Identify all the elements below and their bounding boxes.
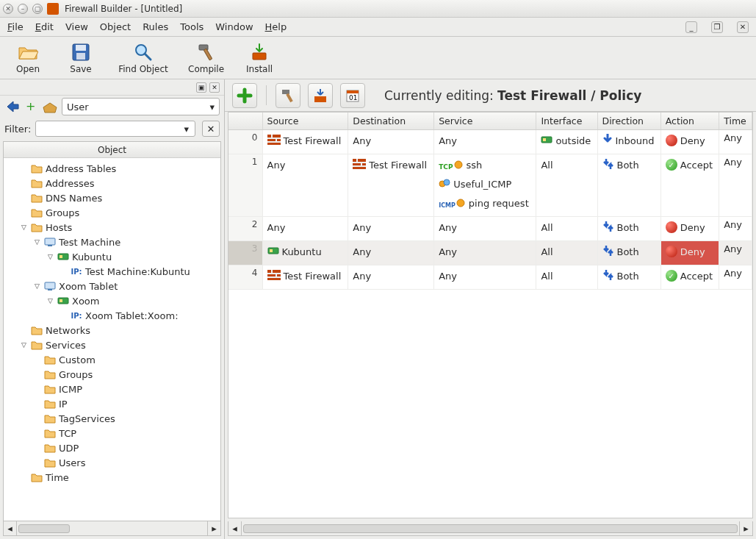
save-button[interactable]: Save bbox=[63, 42, 98, 74]
rules-scrollbar[interactable]: ◂ ▸ bbox=[228, 521, 753, 536]
window-close-icon[interactable]: ✕ bbox=[3, 4, 13, 14]
source-cell[interactable]: Kubuntu bbox=[262, 241, 348, 265]
new-library-icon[interactable]: + bbox=[25, 99, 38, 115]
destination-cell[interactable]: Test Firewall bbox=[348, 154, 434, 217]
tree-item[interactable]: ▽Xoom bbox=[4, 293, 220, 308]
table-row[interactable]: 3KubuntuAnyAnyAllBothDenyAny bbox=[228, 241, 752, 265]
time-cell[interactable]: Any bbox=[719, 154, 752, 217]
triangle-down-icon[interactable]: ▽ bbox=[20, 224, 28, 232]
tree-scrollbar[interactable]: ◂ ▸ bbox=[3, 521, 221, 536]
tree-item[interactable]: Addresses bbox=[4, 176, 220, 190]
menu-view[interactable]: View bbox=[65, 21, 88, 32]
table-row[interactable]: 0Test FirewallAnyAnyoutsideInboundDenyAn… bbox=[228, 130, 752, 154]
tree-item[interactable]: ▽Test Machine bbox=[4, 235, 220, 249]
time-cell[interactable]: Any bbox=[719, 241, 752, 265]
direction-cell[interactable]: Inbound bbox=[597, 130, 660, 154]
open-button[interactable]: Open bbox=[10, 42, 46, 74]
action-cell[interactable]: Deny bbox=[660, 241, 719, 265]
triangle-down-icon[interactable]: ▽ bbox=[33, 282, 41, 290]
menu-edit[interactable]: Edit bbox=[35, 21, 54, 32]
tree-item[interactable]: UDP bbox=[4, 440, 220, 455]
column-header[interactable]: Direction bbox=[597, 113, 660, 130]
menu-tools[interactable]: Tools bbox=[180, 21, 204, 32]
tree-body[interactable]: Address TablesAddressesDNS NamesGroups▽H… bbox=[4, 158, 220, 521]
direction-cell[interactable]: Both bbox=[597, 241, 660, 265]
tree-item[interactable]: Custom bbox=[4, 352, 220, 367]
scroll-thumb[interactable] bbox=[18, 524, 70, 533]
interface-cell[interactable]: All bbox=[536, 154, 597, 217]
tree-item[interactable]: TagServices bbox=[4, 411, 220, 426]
window-maximize-icon[interactable]: ▢ bbox=[32, 4, 43, 14]
panel-detach-icon[interactable]: ▣ bbox=[196, 82, 206, 93]
find-object-button[interactable]: Find Object bbox=[116, 42, 170, 74]
menu-help[interactable]: Help bbox=[265, 21, 287, 32]
tree-item[interactable]: ▽Kubuntu bbox=[4, 249, 220, 264]
tree-item[interactable]: TCP bbox=[4, 426, 220, 440]
tree-item[interactable]: ICMP bbox=[4, 382, 220, 396]
tree-item[interactable]: Groups bbox=[4, 367, 220, 382]
scroll-left-icon[interactable]: ◂ bbox=[228, 521, 242, 535]
interface-cell[interactable]: All bbox=[536, 265, 597, 290]
service-cell[interactable]: Any bbox=[434, 265, 536, 290]
time-cell[interactable]: Any bbox=[719, 130, 752, 154]
destination-cell[interactable]: Any bbox=[348, 265, 434, 290]
source-cell[interactable]: Any bbox=[262, 217, 348, 241]
tree-item[interactable]: Time bbox=[4, 470, 220, 485]
direction-cell[interactable]: Both bbox=[597, 265, 660, 290]
scroll-right-icon[interactable]: ▸ bbox=[739, 521, 752, 535]
tree-item[interactable]: IP bbox=[4, 396, 220, 411]
direction-cell[interactable]: Both bbox=[597, 154, 660, 217]
column-header[interactable]: Action bbox=[660, 113, 719, 130]
triangle-down-icon[interactable]: ▽ bbox=[46, 297, 54, 305]
panel-close-icon[interactable]: ✕ bbox=[209, 82, 220, 93]
column-header[interactable]: Source bbox=[262, 113, 348, 130]
source-cell[interactable]: Any bbox=[262, 154, 348, 217]
source-cell[interactable]: Test Firewall bbox=[262, 130, 348, 154]
action-cell[interactable]: Accept bbox=[660, 154, 719, 217]
column-header[interactable]: Destination bbox=[348, 113, 434, 130]
install-button[interactable]: Install bbox=[242, 42, 277, 74]
install-rule-button[interactable] bbox=[308, 83, 333, 108]
back-icon[interactable] bbox=[4, 99, 21, 115]
service-cell[interactable]: Any bbox=[434, 130, 536, 154]
menu-object[interactable]: Object bbox=[100, 21, 131, 32]
destination-cell[interactable]: Any bbox=[348, 130, 434, 154]
rules-grid[interactable]: SourceDestinationServiceInterfaceDirecti… bbox=[228, 112, 753, 518]
triangle-down-icon[interactable]: ▽ bbox=[46, 253, 54, 261]
column-header[interactable]: Time bbox=[719, 113, 752, 130]
window-minimize-icon[interactable]: – bbox=[18, 4, 28, 14]
chevron-down-icon[interactable]: ▾ bbox=[184, 124, 189, 135]
service-cell[interactable]: TCPsshUseful_ICMPICMPping request bbox=[434, 154, 536, 217]
tree-item[interactable]: Address Tables bbox=[4, 161, 220, 176]
tree-item[interactable]: ▽Xoom Tablet bbox=[4, 279, 220, 293]
action-cell[interactable]: Deny bbox=[660, 130, 719, 154]
filter-clear-button[interactable]: ✕ bbox=[202, 121, 220, 137]
table-row[interactable]: 1AnyTest FirewallTCPsshUseful_ICMPICMPpi… bbox=[228, 154, 752, 217]
triangle-down-icon[interactable]: ▽ bbox=[20, 341, 28, 349]
tree-item[interactable]: ▽Services bbox=[4, 338, 220, 352]
compile-rule-button[interactable] bbox=[276, 83, 300, 108]
tree-item[interactable]: IP:Test Machine:Kubuntu bbox=[4, 264, 220, 279]
library-select[interactable]: User ▾ bbox=[62, 98, 220, 115]
scroll-thumb[interactable] bbox=[243, 524, 738, 533]
compile-button[interactable]: Compile bbox=[188, 42, 224, 74]
time-cell[interactable]: Any bbox=[719, 265, 752, 290]
menu-file[interactable]: File bbox=[7, 21, 24, 32]
menu-window[interactable]: Window bbox=[215, 21, 253, 32]
column-header[interactable] bbox=[228, 113, 262, 130]
table-row[interactable]: 2AnyAnyAnyAllBothDenyAny bbox=[228, 217, 752, 241]
destination-cell[interactable]: Any bbox=[348, 217, 434, 241]
source-cell[interactable]: Test Firewall bbox=[262, 265, 348, 290]
tree-item[interactable]: Users bbox=[4, 455, 220, 470]
filter-input[interactable] bbox=[35, 121, 195, 137]
tree-item[interactable]: Networks bbox=[4, 323, 220, 338]
destination-cell[interactable]: Any bbox=[348, 241, 434, 265]
direction-cell[interactable]: Both bbox=[597, 217, 660, 241]
mdi-close-icon[interactable]: ✕ bbox=[737, 21, 749, 33]
service-cell[interactable]: Any bbox=[434, 241, 536, 265]
time-cell[interactable]: Any bbox=[719, 217, 752, 241]
interface-cell[interactable]: outside bbox=[536, 130, 597, 154]
add-rule-button[interactable] bbox=[232, 83, 257, 108]
tree-item[interactable]: DNS Names bbox=[4, 190, 220, 205]
menu-rules[interactable]: Rules bbox=[143, 21, 168, 32]
